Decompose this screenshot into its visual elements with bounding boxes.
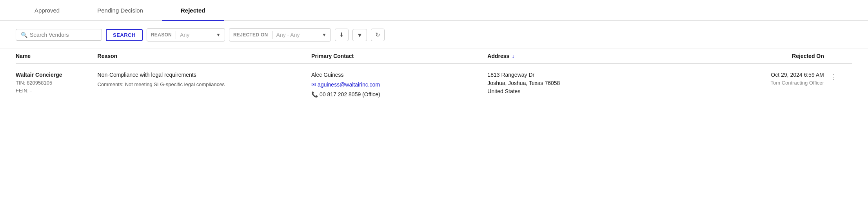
phone-icon: 📞	[311, 90, 318, 99]
refresh-button[interactable]: ↻	[371, 29, 385, 41]
filter-icon: ▼	[357, 32, 363, 38]
contact-phone: 📞 00 817 202 8059 (Office)	[311, 90, 484, 99]
toolbar: 🔍 SEARCH REASON Any ▼ REJECTED ON Any - …	[0, 21, 868, 49]
reason-filter-label: REASON	[151, 32, 172, 38]
col-header-actions	[827, 49, 852, 63]
rejected-on-divider	[272, 31, 272, 39]
search-box: 🔍	[16, 29, 102, 41]
refresh-icon: ↻	[375, 31, 380, 38]
rejected-on-filter-value: Any - Any	[276, 32, 319, 38]
vendors-table: Name Reason Primary Contact Address ↓ Re…	[16, 49, 852, 106]
more-options-button[interactable]: ⋮	[827, 71, 839, 83]
vendor-reason: Non-Compliance with legal requirements	[98, 71, 215, 79]
address-line2: Joshua, Joshua, Texas 76058	[487, 79, 685, 87]
search-input[interactable]	[30, 32, 93, 38]
contact-name: Alec Guiness	[311, 71, 484, 79]
address-sort-icon[interactable]: ↓	[512, 53, 514, 59]
rejected-by: Tom Contracting Officer	[689, 79, 824, 87]
table-row: Waltair Concierge TIN: 820958105 FEIN: -…	[16, 63, 852, 106]
table-header-row: Name Reason Primary Contact Address ↓ Re…	[16, 49, 852, 63]
vendor-rejected-on-cell: Oct 29, 2024 6:59 AM Tom Contracting Off…	[689, 63, 827, 106]
filter-button[interactable]: ▼	[352, 29, 367, 41]
rejected-on-filter[interactable]: REJECTED ON Any - Any ▼	[229, 28, 331, 42]
vendor-fein: FEIN: -	[16, 87, 94, 95]
vendor-address-cell: 1813 Rangeway Dr Joshua, Joshua, Texas 7…	[487, 63, 688, 106]
vendor-tin: TIN: 820958105	[16, 79, 94, 87]
tabs-bar: Approved Pending Decision Rejected	[0, 0, 868, 21]
col-header-name: Name	[16, 49, 98, 63]
reason-filter-chevron-icon: ▼	[216, 32, 221, 38]
download-button[interactable]: ⬇	[335, 29, 349, 41]
col-header-reason: Reason	[98, 49, 312, 63]
tab-approved[interactable]: Approved	[16, 0, 78, 21]
vendor-actions-cell: ⋮	[827, 63, 852, 106]
address-country: United States	[487, 87, 685, 96]
filter-divider	[176, 31, 176, 39]
download-icon: ⬇	[339, 31, 344, 38]
reason-filter-value: Any	[180, 32, 213, 38]
search-button[interactable]: SEARCH	[106, 29, 143, 41]
col-header-contact: Primary Contact	[311, 49, 487, 63]
col-header-address: Address ↓	[487, 49, 688, 63]
address-line1: 1813 Rangeway Dr	[487, 71, 685, 79]
rejected-on-filter-chevron-icon: ▼	[322, 32, 327, 38]
rejected-date: Oct 29, 2024 6:59 AM	[689, 71, 824, 79]
vendor-name: Waltair Concierge	[16, 71, 94, 79]
email-icon: ✉	[311, 81, 316, 89]
vendor-contact-cell: Alec Guiness ✉ aguiness@waltairinc.com 📞…	[311, 63, 487, 106]
reason-filter[interactable]: REASON Any ▼	[147, 28, 225, 42]
vendor-comments: Comments: Not meeting SLG-specific legal…	[98, 81, 309, 88]
tab-pending[interactable]: Pending Decision	[78, 0, 162, 21]
rejected-on-filter-label: REJECTED ON	[233, 32, 268, 38]
vendor-name-cell: Waltair Concierge TIN: 820958105 FEIN: -	[16, 63, 98, 106]
vendors-table-container: Name Reason Primary Contact Address ↓ Re…	[0, 49, 868, 106]
search-icon: 🔍	[21, 32, 27, 38]
col-header-rejected-on: Rejected On	[689, 49, 827, 63]
vendor-address: 1813 Rangeway Dr Joshua, Joshua, Texas 7…	[487, 71, 685, 96]
contact-email[interactable]: ✉ aguiness@waltairinc.com	[311, 81, 484, 89]
tab-rejected[interactable]: Rejected	[162, 0, 224, 21]
vendor-reason-cell: Non-Compliance with legal requirements C…	[98, 63, 312, 106]
